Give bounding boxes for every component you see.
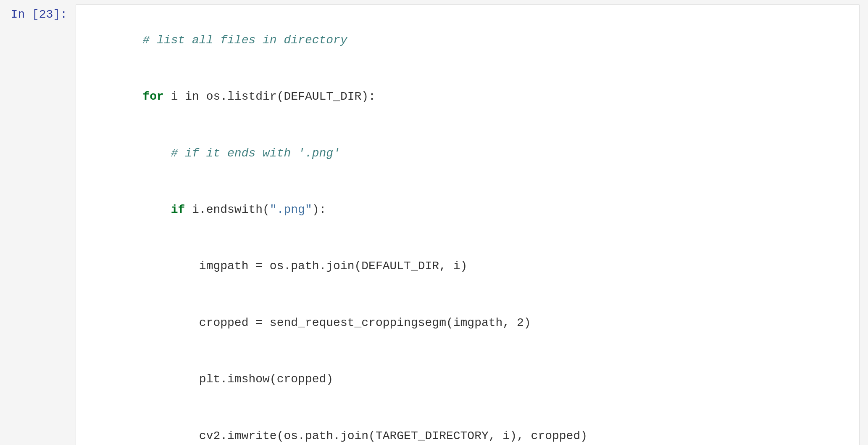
code-7: plt.imshow(cropped) xyxy=(142,373,333,386)
code-line-5: imgpath = os.path.join(DEFAULT_DIR, i) xyxy=(86,238,849,295)
string-png: ".png" xyxy=(270,203,312,216)
code-6: cropped = send_request_croppingsegm(imgp… xyxy=(142,316,531,329)
code-4-end: ): xyxy=(312,203,326,216)
code-cell: In [23]: # list all files in directory f… xyxy=(0,0,868,445)
code-line-8: cv2.imwrite(os.path.join(TARGET_DIRECTOR… xyxy=(86,408,849,445)
code-5: imgpath = os.path.join(DEFAULT_DIR, i) xyxy=(142,260,467,273)
keyword-for: for xyxy=(142,90,163,103)
code-line-3: # if it ends with '.png' xyxy=(86,125,849,182)
cell-label: In [23]: xyxy=(0,4,76,445)
code-line-6: cropped = send_request_croppingsegm(imgp… xyxy=(86,295,849,351)
code-8: cv2.imwrite(os.path.join(TARGET_DIRECTOR… xyxy=(142,429,587,442)
code-4-rest: i.endswith( xyxy=(185,203,270,216)
code-line-7: plt.imshow(cropped) xyxy=(86,351,849,408)
keyword-if: if xyxy=(142,203,185,216)
code-2-rest: i in os.listdir(DEFAULT_DIR): xyxy=(164,90,376,103)
comment-2: # if it ends with '.png' xyxy=(142,147,340,160)
code-line-2: for i in os.listdir(DEFAULT_DIR): xyxy=(86,69,849,125)
code-line-4: if i.endswith(".png"): xyxy=(86,182,849,238)
comment-1: # list all files in directory xyxy=(142,34,347,47)
cell-content[interactable]: # list all files in directory for i in o… xyxy=(76,4,860,445)
code-line-1: # list all files in directory xyxy=(86,12,849,69)
notebook-container: In [23]: # list all files in directory f… xyxy=(0,0,868,445)
